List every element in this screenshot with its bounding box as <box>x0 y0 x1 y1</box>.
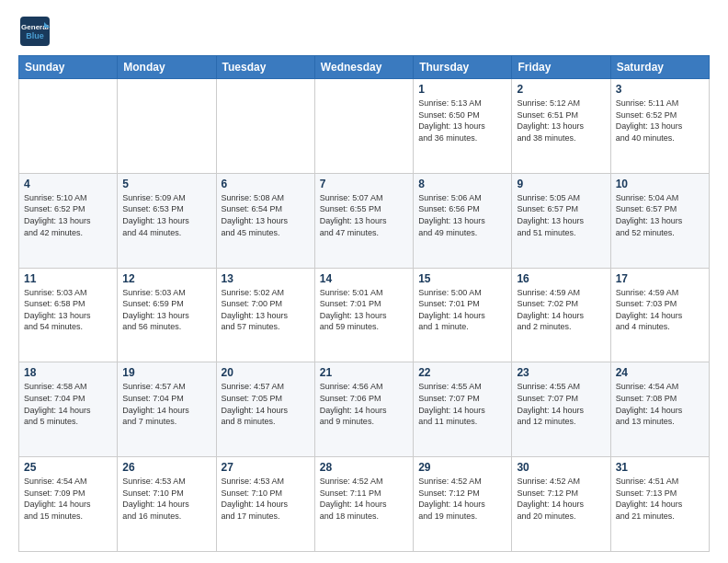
weekday-header-monday: Monday <box>118 56 216 79</box>
calendar-table: SundayMondayTuesdayWednesdayThursdayFrid… <box>18 55 710 552</box>
calendar-cell: 9Sunrise: 5:05 AM Sunset: 6:57 PM Daylig… <box>512 173 610 268</box>
calendar-cell: 16Sunrise: 4:59 AM Sunset: 7:02 PM Dayli… <box>512 268 610 362</box>
day-number: 31 <box>616 461 704 474</box>
calendar-week-5: 25Sunrise: 4:54 AM Sunset: 7:09 PM Dayli… <box>19 457 710 552</box>
day-number: 12 <box>122 272 210 285</box>
day-number: 23 <box>517 366 605 379</box>
day-number: 19 <box>122 366 210 379</box>
day-number: 4 <box>24 178 112 190</box>
calendar-cell: 1Sunrise: 5:13 AM Sunset: 6:50 PM Daylig… <box>414 79 512 174</box>
calendar-week-4: 18Sunrise: 4:58 AM Sunset: 7:04 PM Dayli… <box>19 362 710 457</box>
day-number: 26 <box>122 461 210 474</box>
calendar-cell: 5Sunrise: 5:09 AM Sunset: 6:53 PM Daylig… <box>118 173 216 268</box>
day-number: 6 <box>222 178 310 190</box>
calendar-cell: 23Sunrise: 4:55 AM Sunset: 7:07 PM Dayli… <box>512 362 610 457</box>
day-number: 18 <box>24 366 112 379</box>
day-info: Sunrise: 4:59 AM Sunset: 7:02 PM Dayligh… <box>517 287 605 333</box>
calendar-week-1: 1Sunrise: 5:13 AM Sunset: 6:50 PM Daylig… <box>19 79 710 174</box>
day-info: Sunrise: 5:13 AM Sunset: 6:50 PM Dayligh… <box>418 98 506 144</box>
day-number: 14 <box>320 272 408 285</box>
day-info: Sunrise: 4:53 AM Sunset: 7:10 PM Dayligh… <box>222 476 310 522</box>
day-info: Sunrise: 5:08 AM Sunset: 6:54 PM Dayligh… <box>222 192 310 238</box>
day-number: 16 <box>517 272 605 285</box>
day-info: Sunrise: 4:57 AM Sunset: 7:05 PM Dayligh… <box>222 381 310 427</box>
calendar-cell: 6Sunrise: 5:08 AM Sunset: 6:54 PM Daylig… <box>216 173 314 268</box>
day-info: Sunrise: 4:54 AM Sunset: 7:09 PM Dayligh… <box>24 476 112 522</box>
day-number: 20 <box>222 366 310 379</box>
day-info: Sunrise: 5:03 AM Sunset: 6:58 PM Dayligh… <box>24 287 112 333</box>
day-number: 9 <box>517 178 605 190</box>
day-number: 22 <box>418 366 506 379</box>
calendar-cell: 13Sunrise: 5:02 AM Sunset: 7:00 PM Dayli… <box>216 268 314 362</box>
day-info: Sunrise: 4:54 AM Sunset: 7:08 PM Dayligh… <box>616 381 704 427</box>
calendar-cell: 3Sunrise: 5:11 AM Sunset: 6:52 PM Daylig… <box>610 79 709 174</box>
calendar-cell <box>314 79 413 174</box>
calendar-cell <box>19 79 118 174</box>
day-number: 7 <box>320 178 408 190</box>
calendar-cell: 24Sunrise: 4:54 AM Sunset: 7:08 PM Dayli… <box>610 362 709 457</box>
day-info: Sunrise: 5:00 AM Sunset: 7:01 PM Dayligh… <box>418 287 506 333</box>
day-number: 2 <box>517 83 605 96</box>
day-info: Sunrise: 4:59 AM Sunset: 7:03 PM Dayligh… <box>616 287 704 333</box>
day-number: 29 <box>418 461 506 474</box>
calendar-cell: 22Sunrise: 4:55 AM Sunset: 7:07 PM Dayli… <box>414 362 512 457</box>
day-info: Sunrise: 4:52 AM Sunset: 7:12 PM Dayligh… <box>418 476 506 522</box>
calendar-cell: 17Sunrise: 4:59 AM Sunset: 7:03 PM Dayli… <box>610 268 709 362</box>
svg-text:Blue: Blue <box>26 31 44 40</box>
calendar-cell: 19Sunrise: 4:57 AM Sunset: 7:04 PM Dayli… <box>118 362 216 457</box>
day-info: Sunrise: 4:52 AM Sunset: 7:11 PM Dayligh… <box>320 476 408 522</box>
day-number: 21 <box>320 366 408 379</box>
calendar-cell: 4Sunrise: 5:10 AM Sunset: 6:52 PM Daylig… <box>19 173 118 268</box>
calendar-cell: 11Sunrise: 5:03 AM Sunset: 6:58 PM Dayli… <box>19 268 118 362</box>
logo-icon: General Blue <box>18 15 51 48</box>
day-info: Sunrise: 5:09 AM Sunset: 6:53 PM Dayligh… <box>122 192 210 238</box>
day-number: 5 <box>122 178 210 190</box>
calendar-cell: 28Sunrise: 4:52 AM Sunset: 7:11 PM Dayli… <box>314 457 413 552</box>
day-number: 8 <box>418 178 506 190</box>
calendar-cell: 31Sunrise: 4:51 AM Sunset: 7:13 PM Dayli… <box>610 457 709 552</box>
weekday-header-saturday: Saturday <box>610 56 709 79</box>
day-info: Sunrise: 5:05 AM Sunset: 6:57 PM Dayligh… <box>517 192 605 238</box>
day-number: 15 <box>418 272 506 285</box>
calendar-cell <box>118 79 216 174</box>
day-info: Sunrise: 5:10 AM Sunset: 6:52 PM Dayligh… <box>24 192 112 238</box>
weekday-header-friday: Friday <box>512 56 610 79</box>
calendar-cell: 10Sunrise: 5:04 AM Sunset: 6:57 PM Dayli… <box>610 173 709 268</box>
day-number: 24 <box>616 366 704 379</box>
calendar-cell <box>216 79 314 174</box>
calendar-header-row: SundayMondayTuesdayWednesdayThursdayFrid… <box>19 56 710 79</box>
page: General Blue SundayMondayTuesdayWednesda… <box>0 0 728 563</box>
day-number: 13 <box>222 272 310 285</box>
weekday-header-thursday: Thursday <box>414 56 512 79</box>
calendar-cell: 21Sunrise: 4:56 AM Sunset: 7:06 PM Dayli… <box>314 362 413 457</box>
day-info: Sunrise: 4:53 AM Sunset: 7:10 PM Dayligh… <box>122 476 210 522</box>
day-number: 28 <box>320 461 408 474</box>
calendar-week-3: 11Sunrise: 5:03 AM Sunset: 6:58 PM Dayli… <box>19 268 710 362</box>
day-number: 11 <box>24 272 112 285</box>
day-number: 3 <box>616 83 704 96</box>
day-info: Sunrise: 4:51 AM Sunset: 7:13 PM Dayligh… <box>616 476 704 522</box>
day-number: 30 <box>517 461 605 474</box>
day-info: Sunrise: 5:04 AM Sunset: 6:57 PM Dayligh… <box>616 192 704 238</box>
day-info: Sunrise: 5:01 AM Sunset: 7:01 PM Dayligh… <box>320 287 408 333</box>
day-info: Sunrise: 4:56 AM Sunset: 7:06 PM Dayligh… <box>320 381 408 427</box>
calendar-cell: 18Sunrise: 4:58 AM Sunset: 7:04 PM Dayli… <box>19 362 118 457</box>
calendar-cell: 25Sunrise: 4:54 AM Sunset: 7:09 PM Dayli… <box>19 457 118 552</box>
day-info: Sunrise: 5:03 AM Sunset: 6:59 PM Dayligh… <box>122 287 210 333</box>
day-info: Sunrise: 4:55 AM Sunset: 7:07 PM Dayligh… <box>418 381 506 427</box>
calendar-cell: 27Sunrise: 4:53 AM Sunset: 7:10 PM Dayli… <box>216 457 314 552</box>
logo: General Blue <box>18 15 51 48</box>
calendar-cell: 26Sunrise: 4:53 AM Sunset: 7:10 PM Dayli… <box>118 457 216 552</box>
day-number: 1 <box>418 83 506 96</box>
weekday-header-tuesday: Tuesday <box>216 56 314 79</box>
day-info: Sunrise: 4:58 AM Sunset: 7:04 PM Dayligh… <box>24 381 112 427</box>
calendar-cell: 14Sunrise: 5:01 AM Sunset: 7:01 PM Dayli… <box>314 268 413 362</box>
day-info: Sunrise: 4:55 AM Sunset: 7:07 PM Dayligh… <box>517 381 605 427</box>
calendar-cell: 8Sunrise: 5:06 AM Sunset: 6:56 PM Daylig… <box>414 173 512 268</box>
day-info: Sunrise: 4:52 AM Sunset: 7:12 PM Dayligh… <box>517 476 605 522</box>
day-number: 10 <box>616 178 704 190</box>
day-number: 17 <box>616 272 704 285</box>
calendar-week-2: 4Sunrise: 5:10 AM Sunset: 6:52 PM Daylig… <box>19 173 710 268</box>
day-number: 27 <box>222 461 310 474</box>
calendar-cell: 20Sunrise: 4:57 AM Sunset: 7:05 PM Dayli… <box>216 362 314 457</box>
